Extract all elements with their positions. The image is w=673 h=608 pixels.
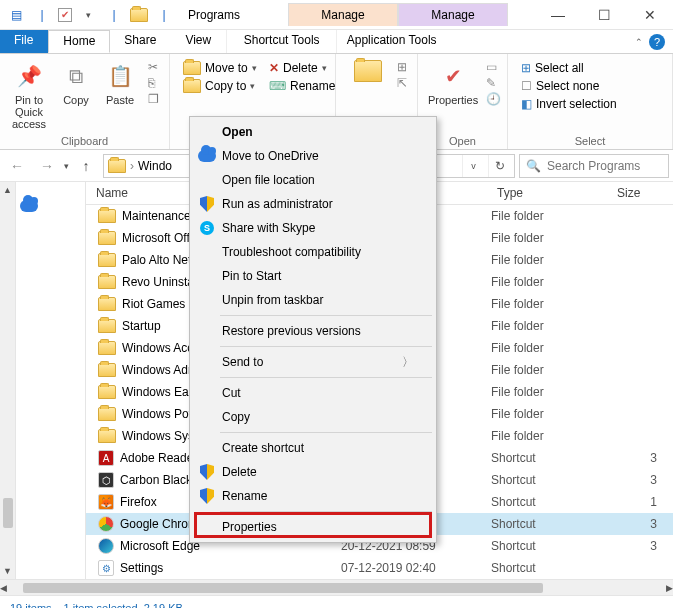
minimize-button[interactable]: —: [535, 0, 581, 30]
file-name: Riot Games: [122, 297, 185, 311]
qat-dropdown-icon[interactable]: ▾: [78, 5, 98, 25]
ctx-move-onedrive[interactable]: Move to OneDrive: [192, 144, 434, 168]
help-icon[interactable]: ?: [649, 34, 665, 50]
ctx-share-skype[interactable]: SShare with Skype: [192, 216, 434, 240]
copy-path-icon[interactable]: ⎘: [148, 76, 159, 90]
history-icon[interactable]: 🕘: [486, 92, 501, 106]
file-type: Shortcut: [491, 539, 611, 553]
ctx-unpin-label: Unpin from taskbar: [222, 293, 323, 307]
ctx-separator: [220, 511, 432, 512]
ctx-rename[interactable]: Rename: [192, 484, 434, 508]
new-folder-button[interactable]: New folder: [342, 58, 393, 110]
select-all-button[interactable]: ⊞Select all: [518, 60, 662, 76]
copyto-label: Copy to: [205, 79, 246, 93]
collapse-ribbon-icon[interactable]: ⌃: [635, 37, 643, 47]
ctx-delete[interactable]: Delete: [192, 460, 434, 484]
context-menu: Open Move to OneDrive Open file location…: [189, 116, 437, 543]
close-button[interactable]: ✕: [627, 0, 673, 30]
scroll-thumb[interactable]: [3, 498, 13, 528]
navpane-scrollbar[interactable]: ▲ ▼: [0, 182, 16, 579]
app-manage-tab[interactable]: Manage: [398, 3, 508, 26]
ctx-copy[interactable]: Copy: [192, 405, 434, 429]
ctx-open-label: Open: [222, 125, 253, 139]
ctx-cut[interactable]: Cut: [192, 381, 434, 405]
tab-share[interactable]: Share: [110, 30, 171, 53]
file-row[interactable]: ⚙Settings07-12-2019 02:40Shortcut: [86, 557, 673, 579]
ctx-properties-label: Properties: [222, 520, 277, 534]
new-item-icon[interactable]: ⊞: [397, 60, 407, 74]
file-type: File folder: [491, 253, 611, 267]
copy-button[interactable]: ⧉ Copy: [56, 58, 96, 132]
addr-dropdown-icon[interactable]: v: [462, 155, 484, 177]
scroll-right-icon[interactable]: ▶: [666, 580, 673, 596]
ctx-unpin-taskbar[interactable]: Unpin from taskbar: [192, 288, 434, 312]
properties-button[interactable]: ✔ Properties: [424, 58, 482, 108]
horizontal-scrollbar[interactable]: ◀ ▶: [0, 579, 673, 595]
shortcut-manage-tab[interactable]: Manage: [288, 3, 398, 26]
delete-button[interactable]: ✕Delete▾: [266, 60, 338, 76]
quick-access-toolbar: ▤ | ✔ ▾ | |: [0, 5, 180, 25]
refresh-button[interactable]: ↻: [488, 155, 510, 177]
tab-application-tools[interactable]: Application Tools: [336, 30, 446, 53]
invert-selection-button[interactable]: ◧Invert selection: [518, 96, 662, 112]
scroll-up-icon[interactable]: ▲: [0, 182, 15, 198]
paste-icon: 📋: [104, 60, 136, 92]
onedrive-item[interactable]: [16, 198, 85, 214]
maximize-button[interactable]: ☐: [581, 0, 627, 30]
ctx-open[interactable]: Open: [192, 120, 434, 144]
tab-view[interactable]: View: [171, 30, 226, 53]
tab-file[interactable]: File: [0, 30, 48, 53]
select-group-label: Select: [514, 135, 666, 147]
open-icon[interactable]: ▭: [486, 60, 501, 74]
qat-properties-icon[interactable]: ▤: [6, 5, 26, 25]
col-type[interactable]: Type: [491, 182, 611, 204]
tab-home[interactable]: Home: [48, 30, 110, 53]
settings-icon: ⚙: [98, 560, 114, 576]
file-size: 1: [611, 495, 673, 509]
back-button[interactable]: ←: [4, 153, 30, 179]
ctx-create-shortcut[interactable]: Create shortcut: [192, 436, 434, 460]
ctx-restore-versions[interactable]: Restore previous versions: [192, 319, 434, 343]
ctx-open-location[interactable]: Open file location: [192, 168, 434, 192]
scroll-left-icon[interactable]: ◀: [0, 580, 7, 596]
file-type: Shortcut: [491, 495, 611, 509]
easy-access-icon[interactable]: ⇱: [397, 76, 407, 90]
history-dropdown-icon[interactable]: ▾: [64, 161, 69, 171]
search-icon: 🔍: [526, 159, 541, 173]
paste-button[interactable]: 📋 Paste: [100, 58, 140, 132]
forward-button[interactable]: →: [34, 153, 60, 179]
copy-label: Copy: [63, 94, 89, 106]
rename-button[interactable]: ⌨Rename: [266, 78, 338, 94]
file-name: Firefox: [120, 495, 157, 509]
up-button[interactable]: ↑: [73, 153, 99, 179]
pin-quick-access-button[interactable]: 📌 Pin to Quick access: [6, 58, 52, 132]
scroll-down-icon[interactable]: ▼: [0, 563, 15, 579]
ctx-skype-label: Share with Skype: [222, 221, 315, 235]
qat-pipe: |: [104, 5, 124, 25]
ctx-run-as-admin[interactable]: Run as administrator: [192, 192, 434, 216]
qat-sep: |: [154, 5, 174, 25]
status-items: 19 items: [10, 602, 52, 609]
ctx-properties[interactable]: Properties: [192, 515, 434, 539]
tab-shortcut-tools[interactable]: Shortcut Tools: [226, 30, 336, 53]
ctx-pin-start[interactable]: Pin to Start: [192, 264, 434, 288]
breadcrumb[interactable]: Windo: [138, 159, 172, 173]
hscroll-thumb[interactable]: [23, 583, 543, 593]
folder-icon: [98, 231, 116, 245]
ctx-rename-label: Rename: [222, 489, 267, 503]
paste-label: Paste: [106, 94, 134, 106]
paste-shortcut-icon[interactable]: ❐: [148, 92, 159, 106]
file-type: File folder: [491, 209, 611, 223]
cut-icon[interactable]: ✂: [148, 60, 159, 74]
select-none-button[interactable]: ☐Select none: [518, 78, 662, 94]
file-name: Settings: [120, 561, 163, 575]
chevron-down-icon: ▾: [322, 63, 327, 73]
col-size[interactable]: Size: [611, 182, 673, 204]
qat-checkbox-icon[interactable]: ✔: [58, 8, 72, 22]
edit-icon[interactable]: ✎: [486, 76, 501, 90]
search-box[interactable]: 🔍 Search Programs: [519, 154, 669, 178]
shield-icon: [198, 196, 216, 212]
ctx-send-to[interactable]: Send to〉: [192, 350, 434, 374]
folder-icon: [98, 319, 116, 333]
ctx-troubleshoot[interactable]: Troubleshoot compatibility: [192, 240, 434, 264]
